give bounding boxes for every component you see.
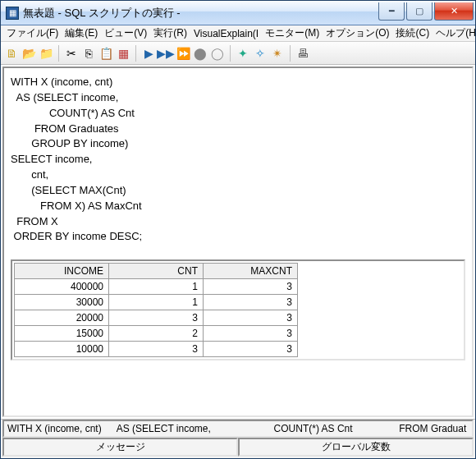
cell-cnt: 3 bbox=[109, 310, 204, 326]
close-button[interactable]: ✕ bbox=[434, 2, 474, 21]
record-icon[interactable]: ◯ bbox=[210, 46, 225, 61]
new-icon[interactable]: 🗎 bbox=[4, 46, 19, 61]
window-controls: ━ ▢ ✕ bbox=[378, 2, 474, 21]
window-title: 無表題 - SQL スクリプトの実行 - bbox=[23, 6, 378, 21]
menu-options[interactable]: オプション(O) bbox=[323, 25, 391, 41]
menu-connect[interactable]: 接続(C) bbox=[393, 25, 432, 41]
results-table: INCOME CNT MAXCNT 400000 1 3 30000 1 3 bbox=[14, 263, 298, 357]
explain3-icon[interactable]: ✴ bbox=[270, 46, 285, 61]
cell-cnt: 2 bbox=[109, 326, 204, 342]
table-row[interactable]: 10000 3 3 bbox=[15, 342, 298, 357]
cell-income: 20000 bbox=[15, 310, 109, 326]
run2-icon[interactable]: ▶▶ bbox=[158, 46, 173, 61]
cell-maxcnt: 3 bbox=[204, 342, 298, 357]
sql-editor[interactable]: WITH X (income, cnt) AS (SELECT income, … bbox=[11, 75, 465, 245]
status-sql-line: WITH X (income, cnt) AS (SELECT income, … bbox=[2, 420, 474, 438]
tab-global-vars[interactable]: グローバル変数 bbox=[238, 438, 474, 457]
print-icon[interactable]: 🖶 bbox=[295, 46, 310, 61]
menu-file[interactable]: ファイル(F) bbox=[4, 25, 61, 41]
menu-run[interactable]: 実行(R) bbox=[151, 25, 190, 41]
table-row[interactable]: 400000 1 3 bbox=[15, 279, 298, 295]
copy-icon[interactable]: ⎘ bbox=[81, 46, 96, 61]
results-panel: INCOME CNT MAXCNT 400000 1 3 30000 1 3 bbox=[11, 259, 465, 360]
app-icon: ▦ bbox=[6, 7, 19, 20]
app-window: ▦ 無表題 - SQL スクリプトの実行 - ━ ▢ ✕ ファイル(F) 編集(… bbox=[0, 0, 476, 459]
run3-icon[interactable]: ⏩ bbox=[176, 46, 190, 61]
col-header-income[interactable]: INCOME bbox=[15, 264, 109, 279]
status-tabs: メッセージ グローバル変数 bbox=[2, 438, 474, 457]
table-row[interactable]: 20000 3 3 bbox=[15, 310, 298, 326]
cell-cnt: 3 bbox=[109, 342, 204, 357]
menubar: ファイル(F) 編集(E) ビュー(V) 実行(R) VisualExplain… bbox=[1, 25, 475, 42]
separator bbox=[230, 45, 231, 62]
table-header-row: INCOME CNT MAXCNT bbox=[15, 264, 298, 279]
paste-icon[interactable]: 📋 bbox=[98, 46, 113, 61]
menu-help[interactable]: ヘルプ(H) bbox=[433, 25, 476, 41]
separator bbox=[135, 45, 136, 62]
status-seg: FROM Graduat bbox=[399, 423, 466, 434]
menu-monitor[interactable]: モニター(M) bbox=[263, 25, 322, 41]
script-icon[interactable]: ▦ bbox=[116, 46, 130, 61]
run1-icon[interactable]: ▶ bbox=[141, 46, 156, 61]
status-seg: AS (SELECT income, bbox=[117, 423, 211, 434]
maximize-button[interactable]: ▢ bbox=[406, 2, 433, 21]
cell-income: 15000 bbox=[15, 326, 109, 342]
cell-maxcnt: 3 bbox=[204, 326, 298, 342]
titlebar[interactable]: ▦ 無表題 - SQL スクリプトの実行 - ━ ▢ ✕ bbox=[1, 1, 475, 25]
cut-icon[interactable]: ✂ bbox=[64, 46, 79, 61]
save-icon[interactable]: 📁 bbox=[39, 46, 53, 61]
separator bbox=[290, 45, 291, 62]
tab-messages[interactable]: メッセージ bbox=[2, 438, 238, 457]
cell-income: 10000 bbox=[15, 342, 109, 357]
table-row[interactable]: 30000 1 3 bbox=[15, 295, 298, 310]
col-header-maxcnt[interactable]: MAXCNT bbox=[204, 264, 298, 279]
toolbar: 🗎 📂 📁 ✂ ⎘ 📋 ▦ ▶ ▶▶ ⏩ ⬤ ◯ ✦ ✧ ✴ 🖶 bbox=[1, 42, 475, 65]
cell-cnt: 1 bbox=[109, 295, 204, 310]
status-seg: COUNT(*) AS Cnt bbox=[274, 423, 353, 434]
cell-maxcnt: 3 bbox=[204, 310, 298, 326]
menu-edit[interactable]: 編集(E) bbox=[62, 25, 100, 41]
explain2-icon[interactable]: ✧ bbox=[253, 46, 268, 61]
explain1-icon[interactable]: ✦ bbox=[236, 46, 250, 61]
stop-icon[interactable]: ⬤ bbox=[193, 46, 208, 61]
content-area: WITH X (income, cnt) AS (SELECT income, … bbox=[2, 67, 474, 417]
minimize-button[interactable]: ━ bbox=[378, 2, 405, 21]
menu-visual[interactable]: VisualExplain(I bbox=[191, 27, 261, 40]
cell-maxcnt: 3 bbox=[204, 279, 298, 295]
cell-income: 400000 bbox=[15, 279, 109, 295]
col-header-cnt[interactable]: CNT bbox=[109, 264, 204, 279]
cell-cnt: 1 bbox=[109, 279, 204, 295]
cell-maxcnt: 3 bbox=[204, 295, 298, 310]
menu-view[interactable]: ビュー(V) bbox=[102, 25, 149, 41]
cell-income: 30000 bbox=[15, 295, 109, 310]
table-row[interactable]: 15000 2 3 bbox=[15, 326, 298, 342]
open-icon[interactable]: 📂 bbox=[21, 46, 36, 61]
statusbar: WITH X (income, cnt) AS (SELECT income, … bbox=[1, 419, 475, 458]
separator bbox=[58, 45, 59, 62]
status-seg: WITH X (income, cnt) bbox=[7, 423, 102, 434]
